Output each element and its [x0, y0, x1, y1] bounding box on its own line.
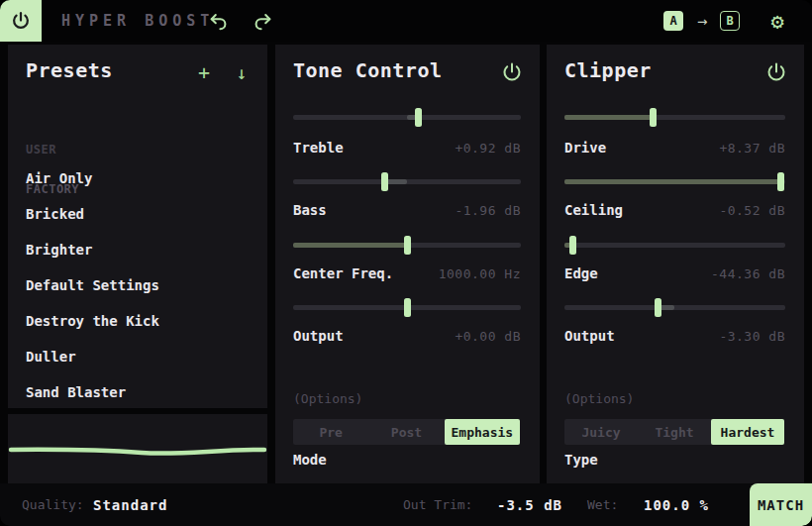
bottom-bar: Quality: Standard Out Trim: -3.5 dB Wet:… [0, 483, 812, 526]
ceiling-label: Ceiling [564, 202, 623, 218]
ab-slot-a-button[interactable]: A [663, 11, 683, 31]
clipper-panel: Clipper Drive +8.37 dB Ceiling -0.52 dB … [547, 45, 804, 483]
ab-slot-b-button[interactable]: B [720, 11, 740, 31]
preset-group-user: USER [26, 143, 56, 157]
redo-arrow-icon [252, 10, 273, 32]
plugin-window: HYPER BOOST A → B ⚙ Presets + ↓ USER FAC… [0, 0, 812, 526]
segment-post[interactable]: Post [368, 419, 444, 445]
app-title: HYPER BOOST [61, 0, 214, 42]
edge-label: Edge [564, 265, 598, 281]
preset-item-destroy-the-kick[interactable]: Destroy the Kick [8, 307, 267, 335]
presets-panel: Presets + ↓ USER FACTORY Air Only Bricke… [8, 45, 267, 408]
drive-row: Drive +8.37 dB [564, 139, 785, 157]
master-power-button[interactable] [0, 0, 42, 42]
edge-slider-handle[interactable] [569, 236, 576, 255]
drive-slider[interactable] [564, 115, 785, 120]
segment-juicy[interactable]: Juicy [564, 419, 638, 445]
edge-row: Edge -44.36 dB [564, 264, 785, 282]
settings-button[interactable]: ⚙ [762, 0, 792, 42]
tone-control-panel: Tone Control Treble +0.92 dB Bass -1.96 … [275, 45, 540, 483]
preset-item-default-settings[interactable]: Default Settings [8, 271, 267, 299]
ab-copy-arrow-icon[interactable]: → [690, 0, 714, 42]
gear-icon: ⚙ [770, 9, 783, 34]
tone-output-slider[interactable] [293, 305, 521, 310]
top-bar: HYPER BOOST A → B ⚙ [0, 0, 812, 42]
clipper-output-slider-handle[interactable] [655, 298, 661, 317]
clipper-title: Clipper [564, 58, 652, 82]
center-freq-label: Center Freq. [293, 265, 393, 281]
quality-label: Quality: [22, 483, 84, 526]
treble-label: Treble [293, 140, 344, 156]
center-freq-slider[interactable] [293, 243, 521, 248]
center-freq-slider-fill [293, 243, 408, 248]
clipper-output-label: Output [564, 328, 615, 344]
tone-options-label: (Options) [293, 391, 362, 406]
import-preset-button[interactable]: ↓ [230, 60, 254, 84]
response-curve-panel [8, 414, 267, 483]
presets-title: Presets [26, 58, 113, 82]
plus-icon: + [198, 60, 210, 84]
clipper-output-value: -3.30 dB [719, 329, 785, 344]
segment-emphasis[interactable]: Emphasis [445, 419, 520, 445]
ceiling-slider-handle[interactable] [777, 172, 784, 191]
preset-item-bricked[interactable]: Bricked [8, 200, 267, 228]
power-icon [10, 10, 32, 32]
segment-tight[interactable]: Tight [638, 419, 711, 445]
tone-mode-segmented-control: Pre Post Emphasis [293, 419, 520, 445]
preset-item-duller[interactable]: Duller [8, 343, 267, 370]
out-trim-value[interactable]: -3.5 dB [497, 483, 562, 526]
bass-slider[interactable] [293, 179, 521, 184]
center-freq-slider-handle[interactable] [404, 236, 411, 255]
frequency-response-curve [8, 414, 267, 483]
wet-value[interactable]: 100.0 % [644, 483, 709, 526]
drive-label: Drive [564, 140, 606, 156]
clipper-output-slider[interactable] [564, 305, 785, 310]
bass-row: Bass -1.96 dB [293, 201, 521, 219]
edge-slider[interactable] [564, 243, 785, 248]
undo-button[interactable] [204, 0, 234, 42]
tone-output-row: Output +0.00 dB [293, 327, 521, 345]
edge-value: -44.36 dB [711, 266, 785, 281]
wet-label: Wet: [587, 483, 618, 526]
treble-slider[interactable] [293, 115, 521, 120]
preset-item-brighter[interactable]: Brighter [8, 236, 267, 263]
bass-slider-handle[interactable] [381, 172, 388, 191]
ceiling-row: Ceiling -0.52 dB [564, 201, 785, 219]
preset-item-air-only[interactable]: Air Only [8, 164, 267, 192]
clipper-options-label: (Options) [564, 391, 634, 406]
treble-row: Treble +0.92 dB [293, 139, 521, 157]
clipper-type-segmented-control: Juicy Tight Hardest [564, 419, 784, 445]
quality-value[interactable]: Standard [93, 483, 167, 526]
drive-value: +8.37 dB [719, 141, 785, 156]
tone-output-slider-handle[interactable] [404, 298, 411, 317]
drive-slider-handle[interactable] [650, 108, 657, 127]
center-freq-row: Center Freq. 1000.00 Hz [293, 264, 521, 282]
down-arrow-icon: ↓ [237, 62, 248, 83]
clipper-output-row: Output -3.30 dB [564, 327, 785, 345]
treble-value: +0.92 dB [455, 141, 521, 156]
treble-slider-handle[interactable] [415, 108, 422, 127]
tone-mode-label: Mode [293, 452, 327, 468]
segment-pre[interactable]: Pre [293, 419, 368, 445]
out-trim-label: Out Trim: [403, 483, 472, 526]
tone-control-title: Tone Control [293, 58, 443, 82]
bass-value: -1.96 dB [455, 203, 521, 218]
bass-label: Bass [293, 202, 327, 218]
redo-button[interactable] [248, 0, 277, 42]
center-freq-value: 1000.00 Hz [439, 266, 521, 281]
clipper-power-button[interactable] [764, 60, 788, 84]
preset-item-sand-blaster[interactable]: Sand Blaster [8, 378, 267, 406]
drive-slider-fill [564, 115, 654, 120]
tone-power-button[interactable] [500, 60, 524, 84]
undo-arrow-icon [208, 10, 230, 32]
match-button[interactable]: MATCH [750, 483, 812, 526]
add-preset-button[interactable]: + [192, 60, 216, 84]
tone-output-value: +0.00 dB [455, 329, 521, 344]
tone-output-label: Output [293, 328, 344, 344]
ceiling-value: -0.52 dB [719, 203, 785, 218]
ceiling-slider[interactable] [564, 179, 785, 184]
ceiling-slider-fill [564, 179, 781, 184]
clipper-type-label: Type [564, 452, 598, 468]
segment-hardest[interactable]: Hardest [711, 419, 784, 445]
